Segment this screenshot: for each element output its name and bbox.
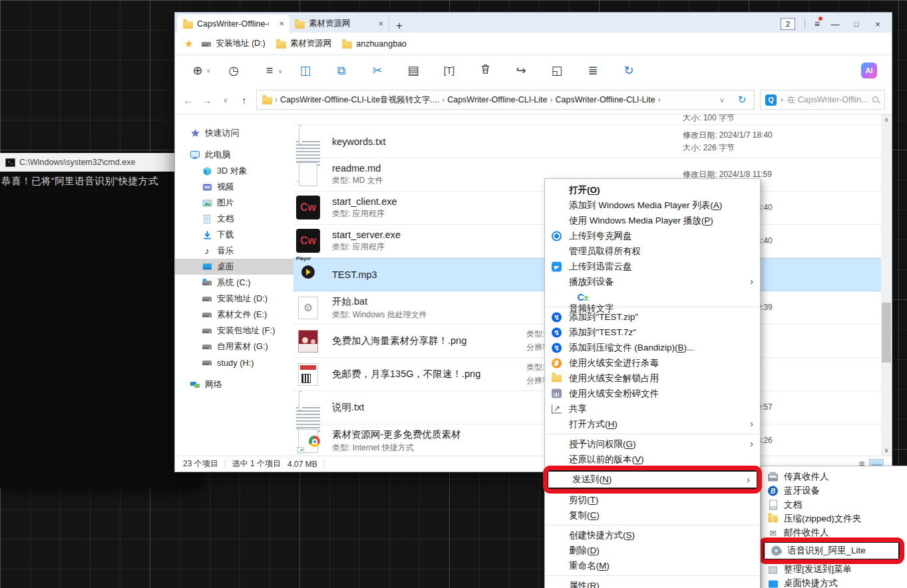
recent-icon[interactable]: ◷ <box>226 63 242 78</box>
search-input[interactable]: 在 CapsWriter-Offlin... <box>787 94 868 106</box>
menu-item-cut[interactable]: 剪切(T) <box>545 492 760 508</box>
search-engine-icon[interactable]: Q <box>765 94 777 106</box>
search-dropdown-icon[interactable]: ∨ <box>780 97 784 103</box>
dual-pane-icon[interactable]: ◫ <box>297 63 313 78</box>
sendto-item-bluetooth[interactable]: B蓝牙设备 <box>761 484 907 498</box>
tab-close-icon[interactable]: × <box>279 19 284 29</box>
menu-item-add-to-zip[interactable]: ↯添加到"TEST.zip" <box>545 309 760 325</box>
menu-item-huorong-shred[interactable]: 使用火绒安全粉碎文件 <box>545 386 760 401</box>
refresh-icon[interactable]: ↻ <box>621 63 637 78</box>
breadcrumb[interactable]: › CapsWriter-Offline-CLI-Lite音视频转文字.... … <box>256 90 755 110</box>
scroll-down-icon[interactable]: ∨ <box>881 445 892 456</box>
sidebar-item-music[interactable]: ♪ 音乐 <box>175 243 293 259</box>
menu-item-huorong-scan[interactable]: 使用火绒安全进行杀毒 <box>545 355 760 370</box>
sendto-item-organize[interactable]: 整理[发送到]菜单 <box>761 562 907 576</box>
paste-icon[interactable]: ▤ <box>405 63 421 78</box>
menu-item-copy[interactable]: 复制(C) <box>545 508 760 523</box>
ai-badge-icon[interactable]: AI <box>861 63 877 78</box>
sidebar-item-drive-f[interactable]: 安装包地址 (F:) <box>175 323 293 339</box>
menu-item-huorong-unlock[interactable]: 使用火绒安全解锁占用 <box>545 370 760 386</box>
menu-item-add-to-archive[interactable]: ↯添加到压缩文件 (Bandizip)(B)... <box>545 340 760 355</box>
sidebar-item-videos[interactable]: 视频 <box>175 179 293 195</box>
sidebar-item-pictures[interactable]: 图片 <box>175 195 293 211</box>
move-to-icon[interactable]: ↪ <box>513 63 529 78</box>
tab-count-badge[interactable]: 2 <box>781 18 795 30</box>
favorite-anzhuangbao[interactable]: anzhuangbao <box>339 39 409 49</box>
delete-icon[interactable] <box>477 63 493 78</box>
sendto-item-mail[interactable]: ✉邮件收件人 <box>761 525 907 539</box>
menu-item-create-shortcut[interactable]: 创建快捷方式(S) <box>545 527 760 543</box>
properties-icon[interactable]: ≣ <box>585 63 601 78</box>
breadcrumb-segment[interactable]: CapsWriter-Offline-CLI-Lite <box>447 95 547 104</box>
file-row-keywords[interactable]: keywords.txt 修改日期: 2024/1/7 18:40大小: 226… <box>293 125 881 158</box>
maximize-button[interactable]: □ <box>850 20 862 28</box>
menu-item-delete[interactable]: 删除(D) <box>545 543 760 558</box>
tab-close-icon[interactable]: × <box>378 19 383 29</box>
rename-icon[interactable]: [T] <box>441 65 457 76</box>
menu-item-admin-ownership[interactable]: 管理员取得所有权 <box>545 243 760 259</box>
back-icon[interactable]: ← <box>182 94 195 106</box>
address-dropdown-icon[interactable]: ∨ <box>715 96 729 104</box>
sendto-item-zipped-folder[interactable]: 压缩(zipped)文件夹 <box>761 512 907 525</box>
close-button[interactable]: × <box>872 19 884 29</box>
favorite-drive-d[interactable]: 安装地址 (D:) <box>198 38 268 49</box>
sidebar-item-drive-h[interactable]: study (H:) <box>175 355 293 370</box>
scroll-up-icon[interactable]: ∧ <box>881 114 892 125</box>
sidebar-item-network[interactable]: 网络 <box>175 376 293 392</box>
sidebar-item-documents[interactable]: 文档 <box>175 211 293 227</box>
file-row-partial[interactable]: 大小: 100 字节 <box>293 114 881 125</box>
favorites-star-icon[interactable]: ★ <box>184 38 193 50</box>
menu-item-upload-thunder[interactable]: 上传到迅雷云盘 <box>545 259 760 274</box>
sidebar-item-desktop[interactable]: 桌面 <box>175 259 293 275</box>
cut-icon[interactable]: ✂ <box>369 63 385 78</box>
menu-item-play-to-device[interactable]: 播放到设备› <box>545 274 760 289</box>
new-item-icon[interactable]: ⊕∨ <box>190 63 206 78</box>
tab-capswriter[interactable]: CapsWriter-Offline-CLI-Lite × <box>178 15 289 33</box>
cmd-titlebar[interactable]: ›_ C:\Windows\system32\cmd.exe <box>0 153 200 172</box>
menu-icon[interactable]: ≡ <box>815 19 820 29</box>
sidebar-item-3d-objects[interactable]: 3D 对象 <box>175 163 293 179</box>
minimize-button[interactable]: — <box>829 19 841 29</box>
favorite-sucai[interactable]: 素材资源网 <box>273 38 335 49</box>
tab-sucai[interactable]: 素材资源网 × <box>289 15 389 33</box>
menu-item-send-to[interactable]: 发送到(N)› <box>547 470 758 489</box>
menu-item-audio-to-text[interactable]: C音频转文字 <box>545 289 760 305</box>
new-tab-button[interactable]: + <box>389 19 409 33</box>
select-icon[interactable]: ◱ <box>549 63 565 78</box>
scrollbar-thumb[interactable] <box>882 303 891 363</box>
breadcrumb-segment[interactable]: CapsWriter-Offline-CLI-Lite <box>555 95 655 104</box>
search-icon[interactable] <box>872 96 880 104</box>
menu-item-upload-quark[interactable]: 上传到夸克网盘 <box>545 228 760 243</box>
sidebar-item-downloads[interactable]: 下载 <box>175 227 293 243</box>
menu-item-add-wmp-list[interactable]: 添加到 Windows Media Player 列表(A) <box>545 198 760 213</box>
copy-icon[interactable]: ⧉ <box>333 64 349 78</box>
menu-item-properties[interactable]: 属性(R) <box>545 578 760 588</box>
sidebar-item-drive-e[interactable]: 素材文件 (E:) <box>175 307 293 323</box>
menu-item-give-access[interactable]: 授予访问权限(G)› <box>545 436 760 452</box>
search-box[interactable]: Q ∨ 在 CapsWriter-Offlin... <box>760 90 885 110</box>
sendto-item-documents[interactable]: 文档 <box>761 498 907 512</box>
menu-item-play-wmp[interactable]: 使用 Windows Media Player 播放(P) <box>545 213 760 228</box>
breadcrumb-segment[interactable]: CapsWriter-Offline-CLI-Lite音视频转文字.... <box>280 94 439 106</box>
menu-item-restore-versions[interactable]: 还原以前的版本(V) <box>545 452 760 467</box>
up-icon[interactable]: ↑ <box>238 94 251 106</box>
sidebar-item-this-pc[interactable]: 此电脑 <box>175 147 293 163</box>
refresh-address-icon[interactable]: ↻ <box>735 94 749 106</box>
sendto-item-desktop-shortcut[interactable]: 桌面快捷方式 <box>761 576 907 588</box>
cmd-window[interactable]: ›_ C:\Windows\system32\cmd.exe 恭喜！已将“阿里语… <box>0 153 200 488</box>
sidebar-item-quick-access[interactable]: 快速访问 <box>175 125 293 141</box>
history-dropdown-icon[interactable]: ∨ <box>219 96 232 104</box>
scrollbar[interactable]: ∧ ∨ <box>881 114 892 456</box>
sidebar-item-drive-c[interactable]: 系统 (C:) <box>175 275 293 291</box>
menu-item-open[interactable]: 打开(O) <box>545 182 760 198</box>
menu-item-share[interactable]: ↗共享 <box>545 401 760 416</box>
menu-item-rename[interactable]: 重命名(M) <box>545 558 760 573</box>
sendto-item-fax[interactable]: 传真收件人 <box>761 470 907 484</box>
sidebar-item-drive-g[interactable]: 自用素材 (G:) <box>175 339 293 355</box>
sidebar-item-drive-d[interactable]: 安装地址 (D:) <box>175 291 293 307</box>
forward-icon[interactable]: → <box>200 94 214 106</box>
menu-item-add-to-7z[interactable]: ↯添加到"TEST.7z" <box>545 325 760 340</box>
sendto-item-speech-recognition[interactable]: 语音识别_阿里_Lite <box>763 541 900 560</box>
menu-item-open-with[interactable]: 打开方式(H)› <box>545 416 760 432</box>
sort-menu-icon[interactable]: ≡∨ <box>262 64 277 78</box>
